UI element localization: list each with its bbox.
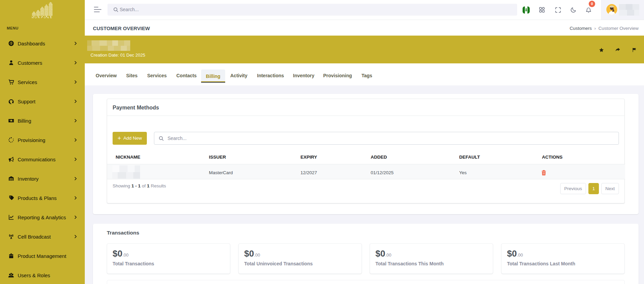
svg-text:A: A [10, 234, 12, 237]
svg-text:NORFONE: NORFONE [32, 16, 53, 19]
